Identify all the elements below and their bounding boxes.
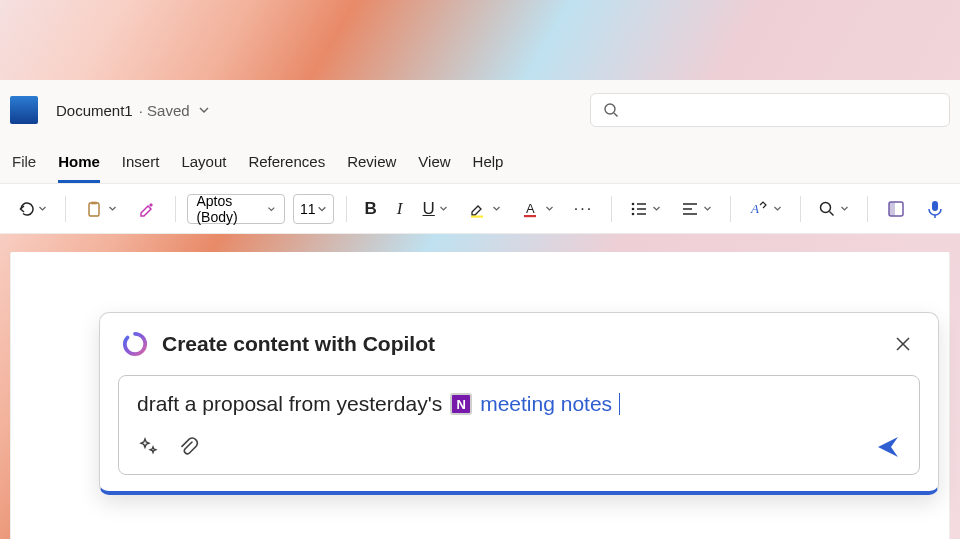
svg-rect-6: [524, 215, 536, 217]
undo-button[interactable]: [10, 192, 53, 226]
prompt-text-line: draft a proposal from yesterday's N meet…: [137, 392, 901, 416]
paperclip-icon: [177, 436, 199, 458]
attach-button[interactable]: [177, 436, 199, 458]
document-name: Document1: [56, 102, 133, 119]
font-color-button[interactable]: A: [515, 192, 560, 226]
format-painter-button[interactable]: [131, 192, 163, 226]
paste-button[interactable]: [78, 192, 123, 226]
chevron-down-icon: [317, 204, 327, 214]
designer-icon: [886, 199, 906, 219]
align-button[interactable]: [675, 192, 718, 226]
svg-text:A: A: [750, 201, 759, 216]
attachment-reference[interactable]: meeting notes: [480, 392, 612, 416]
chevron-down-icon: [545, 204, 554, 213]
send-button[interactable]: [875, 434, 901, 460]
font-family-select[interactable]: Aptos (Body): [187, 194, 284, 224]
close-button[interactable]: [890, 331, 916, 357]
menu-references[interactable]: References: [248, 153, 325, 183]
divider: [730, 196, 731, 222]
svg-rect-20: [889, 202, 895, 216]
undo-icon: [16, 200, 34, 218]
copilot-prompt-input[interactable]: draft a proposal from yesterday's N meet…: [118, 375, 920, 475]
clipboard-icon: [84, 199, 104, 219]
chevron-down-icon: [198, 104, 210, 116]
title-bar: Document1 · Saved: [0, 80, 960, 140]
font-size-select[interactable]: 11: [293, 194, 334, 224]
bullet-list-icon: [630, 200, 648, 218]
text-cursor: [619, 393, 620, 415]
menu-layout[interactable]: Layout: [181, 153, 226, 183]
menu-bar: File Home Insert Layout References Revie…: [0, 140, 960, 184]
highlighter-icon: [468, 199, 488, 219]
svg-rect-3: [91, 201, 97, 204]
svg-text:A: A: [526, 201, 535, 216]
inspire-button[interactable]: [137, 436, 159, 458]
divider: [175, 196, 176, 222]
find-button[interactable]: [812, 192, 855, 226]
chevron-down-icon: [703, 204, 712, 213]
copilot-title: Create content with Copilot: [162, 332, 435, 356]
menu-home[interactable]: Home: [58, 153, 100, 183]
menu-review[interactable]: Review: [347, 153, 396, 183]
designer-button[interactable]: [880, 192, 912, 226]
svg-rect-4: [471, 215, 483, 217]
copilot-panel: Create content with Copilot draft a prop…: [99, 312, 939, 495]
document-title[interactable]: Document1 · Saved: [56, 102, 210, 119]
svg-point-0: [605, 104, 615, 114]
divider: [867, 196, 868, 222]
menu-insert[interactable]: Insert: [122, 153, 160, 183]
divider: [65, 196, 66, 222]
highlight-button[interactable]: [462, 192, 507, 226]
menu-file[interactable]: File: [12, 153, 36, 183]
prompt-action-row: [137, 434, 901, 460]
italic-button[interactable]: I: [391, 192, 409, 226]
chevron-down-icon: [108, 204, 117, 213]
chevron-down-icon: [267, 204, 276, 214]
word-app-icon: [10, 96, 38, 124]
more-font-button[interactable]: ···: [568, 192, 599, 226]
bold-button[interactable]: B: [359, 192, 383, 226]
search-icon: [603, 102, 619, 118]
styles-icon: A: [749, 199, 769, 219]
svg-line-1: [614, 113, 618, 117]
save-status: · Saved: [139, 102, 190, 119]
chevron-down-icon: [439, 204, 448, 213]
menu-view[interactable]: View: [418, 153, 450, 183]
paintbrush-icon: [137, 199, 157, 219]
svg-point-9: [632, 207, 635, 210]
chevron-down-icon: [773, 204, 782, 213]
font-name-value: Aptos (Body): [196, 193, 267, 225]
sparkle-icon: [137, 436, 159, 458]
svg-line-18: [830, 211, 834, 215]
svg-rect-21: [932, 201, 938, 211]
onenote-icon: N: [450, 393, 472, 415]
underline-button[interactable]: U: [417, 192, 454, 226]
underline-label: U: [423, 199, 435, 219]
close-icon: [894, 335, 912, 353]
document-canvas[interactable]: Create content with Copilot draft a prop…: [10, 252, 950, 539]
bullets-button[interactable]: [624, 192, 667, 226]
align-left-icon: [681, 200, 699, 218]
menu-help[interactable]: Help: [473, 153, 504, 183]
search-icon: [818, 200, 836, 218]
divider: [800, 196, 801, 222]
ribbon-toolbar: Aptos (Body) 11 B I U A ··· A: [0, 184, 960, 234]
chevron-down-icon: [492, 204, 501, 213]
svg-point-11: [632, 212, 635, 215]
svg-rect-2: [89, 203, 99, 216]
copilot-header: Create content with Copilot: [100, 313, 938, 367]
divider: [346, 196, 347, 222]
prompt-text: draft a proposal from yesterday's: [137, 392, 442, 416]
chevron-down-icon: [652, 204, 661, 213]
chevron-down-icon: [840, 204, 849, 213]
svg-point-17: [821, 202, 831, 212]
svg-point-7: [632, 202, 635, 205]
divider: [611, 196, 612, 222]
copilot-logo-icon: [122, 331, 148, 357]
font-color-icon: A: [521, 199, 541, 219]
font-size-value: 11: [300, 201, 316, 217]
dictate-button[interactable]: [920, 192, 950, 226]
styles-button[interactable]: A: [743, 192, 788, 226]
search-input[interactable]: [590, 93, 950, 127]
send-icon: [875, 434, 901, 460]
